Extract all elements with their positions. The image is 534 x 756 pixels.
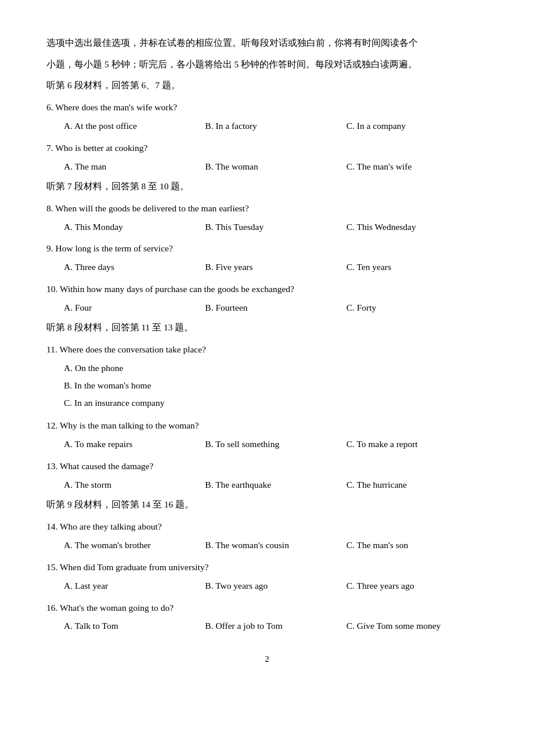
question-0-0: 6. Where does the man's wife work? xyxy=(46,99,488,116)
options-row-0-0: A. At the post officeB. In a factoryC. I… xyxy=(64,118,488,134)
option-2-2-1: B. The earthquake xyxy=(205,477,346,493)
option-0-0-0: A. At the post office xyxy=(64,118,205,134)
option-3-0-1: B. The woman's cousin xyxy=(205,537,346,553)
option-2-1-0: A. To make repairs xyxy=(64,436,205,452)
option-1-1-0: A. Three days xyxy=(64,259,205,275)
option-2-2-2: C. The hurricane xyxy=(347,477,488,493)
options-row-1-2: A. FourB. FourteenC. Forty xyxy=(64,300,488,316)
option-1-2-2: C. Forty xyxy=(347,300,488,316)
option-3-0-2: C. The man's son xyxy=(347,537,488,553)
question-2-1: 12. Why is the man talking to the woman? xyxy=(46,417,488,434)
options-row-3-2: A. Talk to TomB. Offer a job to TomC. Gi… xyxy=(64,618,488,634)
option-1-2-0: A. Four xyxy=(64,300,205,316)
section-header-1: 听第 7 段材料，回答第 8 至 10 题。 xyxy=(46,178,488,195)
page-number: 2 xyxy=(46,651,488,667)
option-1-2-1: B. Fourteen xyxy=(205,300,346,316)
options-row-2-1: A. To make repairsB. To sell somethingC.… xyxy=(64,436,488,452)
question-3-1: 15. When did Tom graduate from universit… xyxy=(46,559,488,575)
option-2-2-0: A. The storm xyxy=(64,477,205,493)
intro-line1: 选项中选出最佳选项，并标在试卷的相应位置。听每段对话或独白前，你将有时间阅读各个 xyxy=(46,35,488,52)
question-1-1: 9. How long is the term of service? xyxy=(46,240,488,257)
options-row-2-2: A. The stormB. The earthquakeC. The hurr… xyxy=(64,477,488,493)
option-0-0-2: C. In a company xyxy=(347,118,488,134)
options-row-0-1: A. The manB. The womanC. The man's wife xyxy=(64,159,488,175)
option-0-1-1: B. The woman xyxy=(205,159,346,175)
option-1-0-0: A. This Monday xyxy=(64,219,205,235)
question-3-0: 14. Who are they talking about? xyxy=(46,519,488,535)
options-row-1-0: A. This MondayB. This TuesdayC. This Wed… xyxy=(64,219,488,235)
question-2-0: 11. Where does the conversation take pla… xyxy=(46,341,488,358)
option-3-1-2: C. Three years ago xyxy=(347,578,488,594)
option-2-0-1: B. In the woman's home xyxy=(64,377,488,394)
sections-container: 听第 6 段材料，回答第 6、7 题。6. Where does the man… xyxy=(46,77,488,634)
option-3-1-1: B. Two years ago xyxy=(205,578,346,594)
intro-block: 选项中选出最佳选项，并标在试卷的相应位置。听每段对话或独白前，你将有时间阅读各个… xyxy=(46,35,488,73)
section-header-2: 听第 8 段材料，回答第 11 至 13 题。 xyxy=(46,319,488,336)
question-3-2: 16. What's the woman going to do? xyxy=(46,600,488,616)
option-0-0-1: B. In a factory xyxy=(205,118,346,134)
option-3-2-0: A. Talk to Tom xyxy=(64,618,205,634)
options-row-3-1: A. Last yearB. Two years agoC. Three yea… xyxy=(64,578,488,594)
intro-line2: 小题，每小题 5 秒钟；听完后，各小题将给出 5 秒钟的作答时间。每段对话或独白… xyxy=(46,56,488,73)
option-3-2-2: C. Give Tom some money xyxy=(347,618,488,634)
option-1-1-1: B. Five years xyxy=(205,259,346,275)
section-header-0: 听第 6 段材料，回答第 6、7 题。 xyxy=(46,77,488,93)
option-1-0-1: B. This Tuesday xyxy=(205,219,346,235)
option-0-1-0: A. The man xyxy=(64,159,205,175)
option-3-2-1: B. Offer a job to Tom xyxy=(205,618,346,634)
option-2-0-0: A. On the phone xyxy=(64,360,488,376)
question-0-1: 7. Who is better at cooking? xyxy=(46,140,488,156)
option-3-0-0: A. The woman's brother xyxy=(64,537,205,553)
option-1-0-2: C. This Wednesday xyxy=(347,219,488,235)
section-header-3: 听第 9 段材料，回答第 14 至 16 题。 xyxy=(46,496,488,513)
question-1-2: 10. Within how many days of purchase can… xyxy=(46,281,488,297)
options-row-3-0: A. The woman's brotherB. The woman's cou… xyxy=(64,537,488,553)
question-1-0: 8. When will the goods be delivered to t… xyxy=(46,200,488,217)
option-3-1-0: A. Last year xyxy=(64,578,205,594)
options-row-1-1: A. Three daysB. Five yearsC. Ten years xyxy=(64,259,488,275)
option-1-1-2: C. Ten years xyxy=(347,259,488,275)
question-2-2: 13. What caused the damage? xyxy=(46,458,488,474)
option-2-1-2: C. To make a report xyxy=(347,436,488,452)
options-col-2-0: A. On the phoneB. In the woman's homeC. … xyxy=(64,360,488,412)
option-0-1-2: C. The man's wife xyxy=(347,159,488,175)
option-2-0-2: C. In an insurance company xyxy=(64,395,488,411)
option-2-1-1: B. To sell something xyxy=(205,436,346,452)
